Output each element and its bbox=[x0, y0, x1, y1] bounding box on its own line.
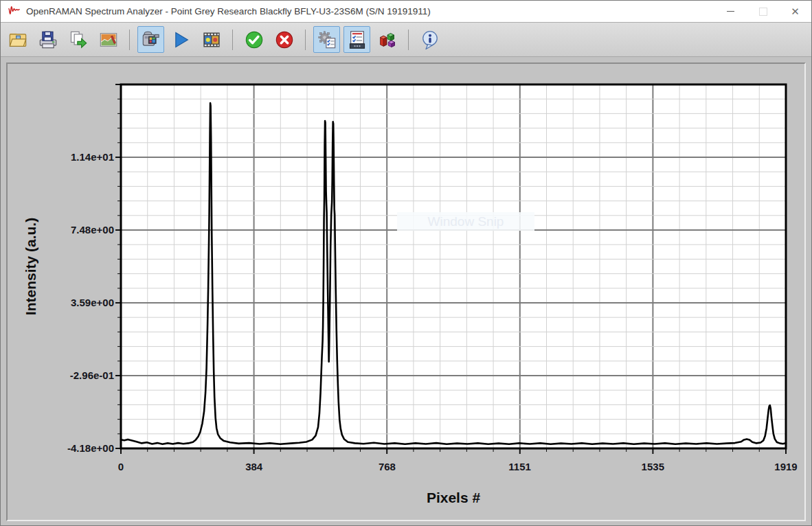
x-tick-label: 1151 bbox=[493, 461, 548, 472]
toolbar bbox=[1, 23, 811, 57]
y-tick-label: -2.96e-01 bbox=[38, 369, 114, 381]
accept-check-icon bbox=[245, 30, 264, 49]
y-axis-title: Intensity (a.u.) bbox=[23, 157, 43, 376]
y-tick-label: 1.14e+01 bbox=[38, 151, 114, 163]
x-tick-label: 768 bbox=[359, 461, 414, 472]
toolbar-button-play[interactable] bbox=[168, 26, 194, 53]
checklist-icon bbox=[348, 30, 367, 49]
close-button[interactable]: ✕ bbox=[779, 1, 811, 22]
toolbar-button-accept[interactable] bbox=[240, 26, 267, 53]
image-icon bbox=[99, 30, 118, 49]
x-tick-label: 1535 bbox=[625, 461, 680, 472]
x-tick-label: 1919 bbox=[758, 461, 812, 472]
y-tick-label: -4.18e+00 bbox=[38, 442, 114, 454]
save-icon bbox=[38, 30, 58, 49]
toolbar-button-processing-list[interactable] bbox=[343, 26, 370, 53]
minimize-button[interactable] bbox=[714, 1, 747, 22]
toolbar-button-export[interactable] bbox=[65, 26, 91, 53]
play-icon bbox=[172, 30, 191, 49]
y-tick-label: 3.59e+00 bbox=[38, 297, 114, 308]
toolbar-button-open-file[interactable] bbox=[4, 26, 31, 53]
toolbar-separator bbox=[408, 30, 409, 50]
toolbar-button-save-image[interactable] bbox=[95, 26, 122, 53]
gear-checklist-icon bbox=[317, 30, 337, 49]
window-title: OpenRAMAN Spectrum Analyzer - Point Grey… bbox=[26, 6, 714, 16]
info-icon bbox=[420, 30, 440, 49]
x-axis-title: Pixels # bbox=[247, 490, 659, 506]
cancel-x-icon bbox=[275, 30, 294, 49]
x-tick-label: 384 bbox=[227, 461, 282, 472]
chart-blocks-icon bbox=[378, 30, 397, 49]
x-tick-label: 0 bbox=[93, 461, 148, 472]
toolbar-separator bbox=[129, 30, 130, 50]
titlebar: OpenRAMAN Spectrum Analyzer - Point Grey… bbox=[1, 1, 811, 23]
spectrum-plot[interactable]: 1.14e+017.48e+003.59e+00-2.96e-01-4.18e+… bbox=[107, 83, 787, 457]
toolbar-button-filmstrip[interactable] bbox=[198, 26, 225, 53]
app-window: OpenRAMAN Spectrum Analyzer - Point Grey… bbox=[0, 0, 812, 526]
chart-panel: Intensity (a.u.) 1.14e+017.48e+003.59e+0… bbox=[6, 62, 806, 521]
folder-icon bbox=[8, 30, 27, 49]
toolbar-separator bbox=[232, 30, 233, 50]
toolbar-button-camera[interactable] bbox=[137, 26, 164, 53]
maximize-icon bbox=[759, 8, 767, 16]
filmstrip-icon bbox=[202, 30, 221, 49]
close-icon: ✕ bbox=[791, 6, 800, 16]
toolbar-button-acquisition-settings[interactable] bbox=[313, 26, 340, 53]
camera-icon bbox=[142, 30, 161, 49]
toolbar-button-cancel[interactable] bbox=[271, 26, 297, 53]
minimize-icon bbox=[727, 11, 734, 12]
maximize-button[interactable] bbox=[747, 1, 779, 22]
window-controls: ✕ bbox=[714, 1, 811, 22]
app-logo-icon bbox=[8, 5, 21, 18]
y-tick-label: 7.48e+00 bbox=[38, 224, 114, 236]
toolbar-separator bbox=[305, 30, 306, 50]
toolbar-button-info[interactable] bbox=[416, 26, 443, 53]
toolbar-button-save[interactable] bbox=[34, 26, 61, 53]
plot-canvas bbox=[107, 83, 787, 457]
export-pages-icon bbox=[69, 30, 88, 49]
client-area: Intensity (a.u.) 1.14e+017.48e+003.59e+0… bbox=[1, 57, 811, 525]
toolbar-button-chart-blocks[interactable] bbox=[374, 26, 401, 53]
